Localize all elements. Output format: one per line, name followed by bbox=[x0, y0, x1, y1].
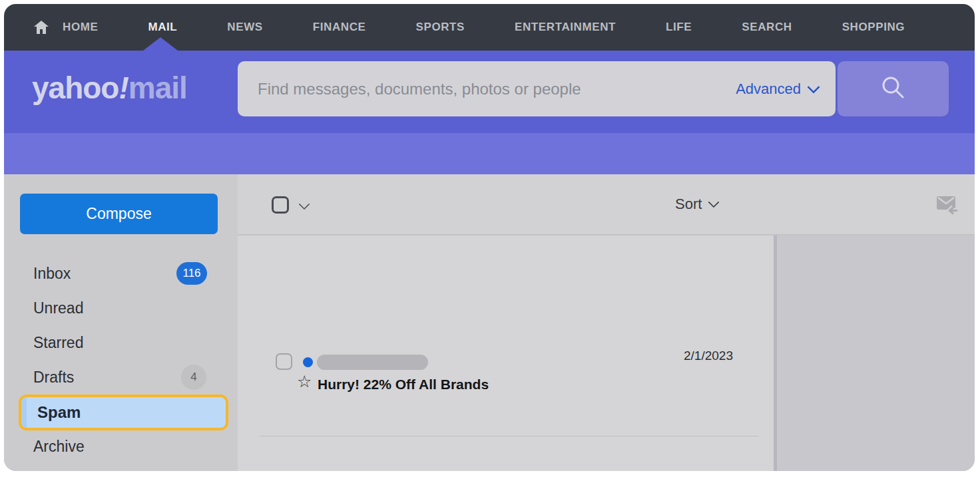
email-subject: Hurry! 22% Off All Brands bbox=[318, 377, 489, 393]
sidebar-item-starred[interactable]: Starred bbox=[4, 325, 238, 360]
mail-header: yahoo!mail Advanced bbox=[4, 51, 975, 174]
list-toolbar: Sort bbox=[238, 174, 975, 236]
inbox-label: Inbox bbox=[33, 265, 71, 283]
nav-items: HOME MAIL NEWS FINANCE SPORTS ENTERTAINM… bbox=[63, 21, 905, 34]
star-icon[interactable]: ☆ bbox=[297, 373, 312, 390]
sidebar-item-drafts[interactable]: Drafts 4 bbox=[4, 360, 238, 395]
search-icon bbox=[879, 74, 907, 104]
search-button[interactable] bbox=[838, 61, 949, 116]
reading-pane bbox=[777, 236, 975, 471]
starred-label: Starred bbox=[33, 334, 83, 352]
select-options-chevron-icon[interactable] bbox=[299, 199, 310, 210]
unread-label: Unread bbox=[33, 299, 83, 317]
archive-label: Archive bbox=[33, 438, 85, 456]
row-divider bbox=[260, 436, 759, 436]
select-all-checkbox[interactable] bbox=[272, 196, 289, 214]
email-list: 2/1/2023 ☆ Hurry! 22% Off All Brands bbox=[238, 236, 774, 471]
redacted-sender-bar bbox=[317, 355, 428, 370]
active-tab-caret bbox=[143, 37, 178, 51]
email-checkbox[interactable] bbox=[276, 353, 292, 370]
search-bar: Advanced bbox=[238, 61, 836, 116]
top-nav: HOME MAIL NEWS FINANCE SPORTS ENTERTAINM… bbox=[4, 4, 975, 51]
logo-yahoo-text: yahoo bbox=[32, 71, 119, 105]
home-icon[interactable] bbox=[33, 20, 49, 35]
nav-item-shopping[interactable]: SHOPPING bbox=[842, 21, 905, 34]
drafts-count-badge: 4 bbox=[181, 365, 206, 390]
nav-item-news[interactable]: NEWS bbox=[227, 21, 262, 34]
not-spam-icon[interactable] bbox=[936, 195, 960, 215]
sidebar-item-archive[interactable]: Archive bbox=[4, 429, 238, 464]
nav-item-sports[interactable]: SPORTS bbox=[416, 21, 465, 34]
unread-dot bbox=[303, 357, 313, 367]
nav-item-home[interactable]: HOME bbox=[63, 21, 98, 34]
advanced-search-toggle[interactable]: Advanced bbox=[736, 80, 818, 98]
folder-sidebar: Compose Inbox 116 Unread Starred Drafts … bbox=[4, 174, 238, 471]
spam-label: Spam bbox=[37, 403, 81, 422]
selected-folder-indicator bbox=[21, 397, 27, 428]
nav-item-search[interactable]: SEARCH bbox=[742, 21, 792, 34]
nav-item-life[interactable]: LIFE bbox=[666, 21, 692, 34]
sort-dropdown[interactable]: Sort bbox=[675, 196, 718, 213]
inbox-count-badge: 116 bbox=[176, 262, 207, 285]
nav-item-finance[interactable]: FINANCE bbox=[313, 21, 366, 34]
yahoo-mail-window: HOME MAIL NEWS FINANCE SPORTS ENTERTAINM… bbox=[4, 4, 975, 471]
sort-label: Sort bbox=[675, 196, 702, 213]
advanced-label: Advanced bbox=[736, 80, 801, 98]
drafts-label: Drafts bbox=[33, 369, 74, 387]
chevron-down-icon bbox=[807, 80, 820, 94]
logo-bang: ! bbox=[119, 71, 128, 105]
yahoo-mail-logo[interactable]: yahoo!mail bbox=[32, 69, 187, 106]
chevron-down-icon bbox=[708, 197, 720, 208]
nav-item-entertainment[interactable]: ENTERTAINMENT bbox=[515, 21, 616, 34]
nav-item-mail[interactable]: MAIL bbox=[148, 21, 177, 34]
logo-mail-text: mail bbox=[128, 71, 187, 105]
compose-button[interactable]: Compose bbox=[20, 194, 218, 234]
search-input[interactable] bbox=[256, 79, 736, 99]
mail-main-pane: Sort 2/1/2023 ☆ Hurry! 22% Off All Bran bbox=[238, 174, 975, 471]
sidebar-item-unread[interactable]: Unread bbox=[4, 291, 238, 325]
email-date: 2/1/2023 bbox=[684, 349, 733, 363]
sidebar-item-spam[interactable]: Spam bbox=[19, 395, 228, 430]
sidebar-item-inbox[interactable]: Inbox 116 bbox=[4, 256, 238, 291]
